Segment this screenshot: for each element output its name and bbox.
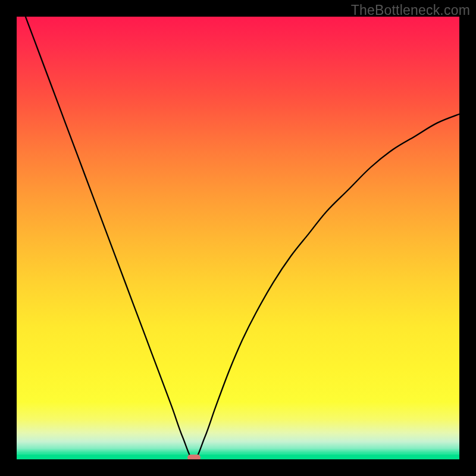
watermark-text: TheBottleneck.com [351, 2, 470, 18]
minimum-marker [187, 455, 201, 459]
chart-frame: TheBottleneck.com [0, 0, 476, 476]
plot-area [17, 17, 459, 459]
bottleneck-curve [17, 17, 459, 459]
